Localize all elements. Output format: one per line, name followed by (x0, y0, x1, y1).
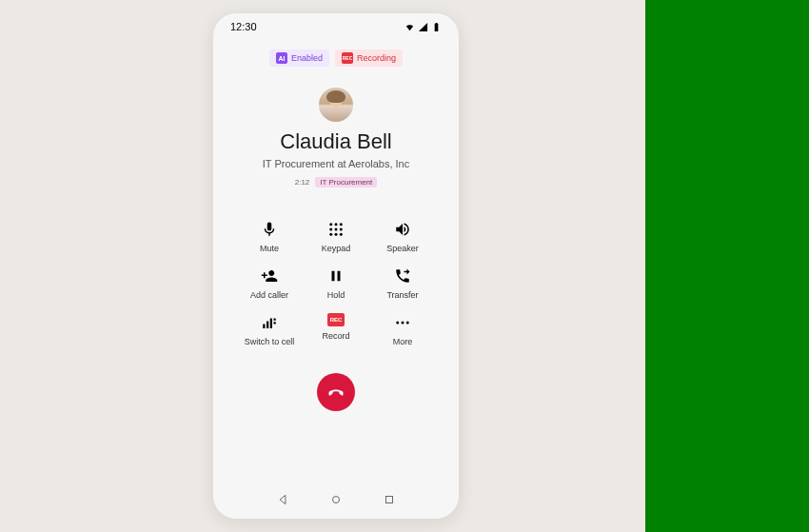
svg-rect-9 (263, 325, 265, 329)
hangup-button[interactable] (317, 373, 355, 411)
svg-point-1 (335, 223, 338, 226)
switch-to-cell-label: Switch to cell (245, 337, 295, 346)
android-nav-bar (213, 481, 459, 519)
hangup-icon (326, 383, 345, 402)
record-icon: REC (327, 313, 345, 326)
hold-button[interactable]: Hold (303, 266, 369, 300)
speaker-label: Speaker (386, 244, 419, 253)
call-controls-grid: Mute Keypad Speaker Add caller Hold (236, 220, 436, 346)
transfer-label: Transfer (386, 290, 418, 300)
svg-point-3 (329, 228, 332, 231)
svg-point-5 (340, 228, 343, 231)
record-button[interactable]: REC Record (303, 313, 369, 346)
caller-name: Claudia Bell (213, 129, 459, 154)
status-bar: 12:30 (213, 13, 459, 36)
nav-recent-button[interactable] (383, 493, 396, 506)
svg-point-0 (329, 223, 332, 226)
add-caller-button[interactable]: Add caller (236, 266, 303, 300)
status-badges: AI Enabled REC Recording (213, 49, 459, 67)
svg-point-6 (329, 233, 332, 236)
keypad-button[interactable]: Keypad (303, 220, 369, 253)
svg-point-14 (396, 322, 399, 325)
switch-to-cell-button[interactable]: Switch to cell (236, 313, 303, 346)
more-label: More (393, 337, 413, 346)
svg-rect-11 (270, 319, 272, 329)
cell-signal-icon (260, 313, 279, 332)
nav-home-button[interactable] (329, 493, 343, 506)
svg-point-15 (402, 322, 404, 325)
svg-rect-18 (386, 497, 393, 503)
svg-point-16 (406, 322, 409, 325)
more-icon (393, 313, 412, 332)
transfer-icon (393, 266, 412, 286)
svg-rect-10 (266, 322, 268, 329)
speaker-button[interactable]: Speaker (369, 220, 436, 253)
more-button[interactable]: More (369, 313, 436, 346)
call-duration: 2:12 (295, 178, 310, 187)
side-panel (645, 0, 809, 532)
phone-frame: 12:30 AI Enabled REC Recording Claudia B… (213, 13, 459, 519)
status-icons (404, 22, 442, 32)
battery-icon (431, 22, 442, 32)
keypad-label: Keypad (322, 244, 351, 253)
circle-home-icon (329, 493, 343, 506)
square-recent-icon (383, 493, 396, 506)
mic-icon (260, 220, 279, 239)
mute-label: Mute (260, 244, 279, 253)
status-time: 12:30 (230, 21, 257, 32)
rec-icon: REC (342, 52, 353, 64)
recording-badge: REC Recording (335, 49, 403, 67)
svg-point-17 (333, 497, 340, 503)
svg-point-4 (335, 228, 338, 231)
record-label: Record (322, 331, 349, 341)
signal-icon (418, 22, 428, 32)
speaker-icon (393, 220, 412, 239)
add-person-icon (260, 266, 279, 286)
transfer-button[interactable]: Transfer (369, 266, 436, 300)
triangle-back-icon (276, 493, 289, 506)
ai-enabled-label: Enabled (291, 53, 323, 63)
caller-subtitle: IT Procurement at Aerolabs, Inc (213, 158, 459, 169)
recording-label: Recording (357, 53, 396, 63)
pause-icon (326, 266, 345, 286)
svg-point-8 (340, 233, 343, 236)
mute-button[interactable]: Mute (236, 220, 303, 253)
svg-point-2 (340, 223, 343, 226)
wifi-icon (404, 22, 415, 32)
svg-point-7 (335, 233, 338, 236)
svg-rect-13 (274, 322, 276, 324)
avatar (319, 88, 353, 122)
call-tag: IT Procurement (315, 177, 377, 187)
add-caller-label: Add caller (250, 290, 288, 300)
ai-icon: AI (276, 52, 287, 64)
svg-rect-12 (274, 319, 276, 321)
nav-back-button[interactable] (276, 493, 289, 506)
call-meta: 2:12 IT Procurement (213, 177, 459, 187)
keypad-icon (326, 220, 345, 239)
hold-label: Hold (327, 290, 345, 300)
ai-enabled-badge: AI Enabled (269, 49, 329, 67)
